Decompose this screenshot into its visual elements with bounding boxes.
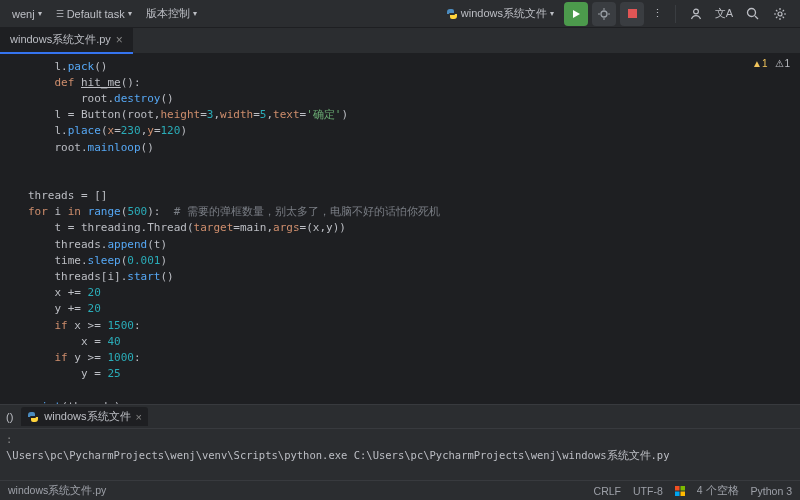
run-button[interactable]	[564, 2, 588, 26]
vcs-menu[interactable]: 版本控制 ▾	[142, 4, 201, 23]
svg-point-9	[778, 12, 782, 16]
task-menu[interactable]: ☰ Default task ▾	[52, 6, 136, 22]
svg-rect-5	[628, 9, 637, 18]
account-icon[interactable]	[684, 2, 708, 26]
status-bar: windows系统文件.py CRLF UTF-8 4 个空格 Python 3	[0, 480, 800, 500]
chevron-down-icon: ▾	[550, 9, 554, 18]
run-tab-title: windows系统文件	[44, 409, 130, 424]
svg-line-8	[755, 16, 758, 19]
close-icon[interactable]: ×	[136, 411, 142, 423]
svg-point-6	[694, 9, 699, 14]
run-config-selector[interactable]: windows系统文件 ▾	[440, 4, 560, 23]
status-file[interactable]: windows系统文件.py	[8, 484, 106, 496]
task-label: Default task	[67, 8, 125, 20]
windows-logo-icon	[675, 486, 685, 496]
settings-icon[interactable]	[768, 2, 792, 26]
close-icon[interactable]: ×	[116, 33, 123, 47]
stop-button[interactable]	[620, 2, 644, 26]
line-separator[interactable]: CRLF	[594, 485, 621, 497]
encoding[interactable]: UTF-8	[633, 485, 663, 497]
editor-tab[interactable]: windows系统文件.py ×	[0, 28, 133, 54]
chevron-down-icon: ▾	[193, 9, 197, 18]
more-indicator: :	[6, 433, 794, 445]
weak-warning-icon: ⚠1	[775, 58, 790, 69]
interpreter[interactable]: Python 3	[751, 485, 792, 497]
python-icon	[27, 411, 39, 423]
svg-point-7	[747, 9, 755, 17]
svg-rect-10	[675, 486, 680, 491]
exec-command: \Users\pc\PycharmProjects\wenj\venv\Scri…	[6, 449, 794, 463]
top-toolbar: wenj ▾ ☰ Default task ▾ 版本控制 ▾ windows系统…	[0, 0, 800, 28]
search-icon[interactable]	[740, 2, 764, 26]
run-tab[interactable]: windows系统文件 ×	[21, 407, 148, 426]
debug-button[interactable]	[592, 2, 616, 26]
editor-tab-bar: windows系统文件.py ×	[0, 28, 800, 54]
indent[interactable]: 4 个空格	[697, 484, 739, 498]
svg-rect-11	[680, 486, 685, 491]
chevron-down-icon: ▾	[38, 9, 42, 18]
inspection-widget[interactable]: ▲1 ⚠1	[752, 58, 790, 69]
console-output[interactable]: : \Users\pc\PycharmProjects\wenj\venv\Sc…	[0, 429, 800, 480]
tab-filename: windows系统文件.py	[10, 32, 111, 47]
separator	[675, 5, 676, 23]
translate-icon[interactable]: 文A	[712, 2, 736, 26]
code-editor[interactable]: ▲1 ⚠1 l.pack() def hit_me(): root.destro…	[0, 54, 800, 424]
run-tool-window: () windows系统文件 × : \Users\pc\PycharmProj…	[0, 404, 800, 480]
svg-rect-13	[680, 491, 685, 496]
task-icon: ☰	[56, 9, 64, 19]
svg-rect-12	[675, 491, 680, 496]
run-panel-icon[interactable]: ()	[6, 411, 13, 423]
more-actions-icon[interactable]: ⋮	[648, 7, 667, 20]
warning-icon: ▲1	[752, 58, 767, 69]
vcs-label: 版本控制	[146, 6, 190, 21]
chevron-down-icon: ▾	[128, 9, 132, 18]
python-icon	[446, 8, 458, 20]
svg-point-0	[601, 11, 607, 17]
run-config-label: windows系统文件	[461, 6, 547, 21]
project-name: wenj	[12, 8, 35, 20]
project-menu[interactable]: wenj ▾	[8, 6, 46, 22]
